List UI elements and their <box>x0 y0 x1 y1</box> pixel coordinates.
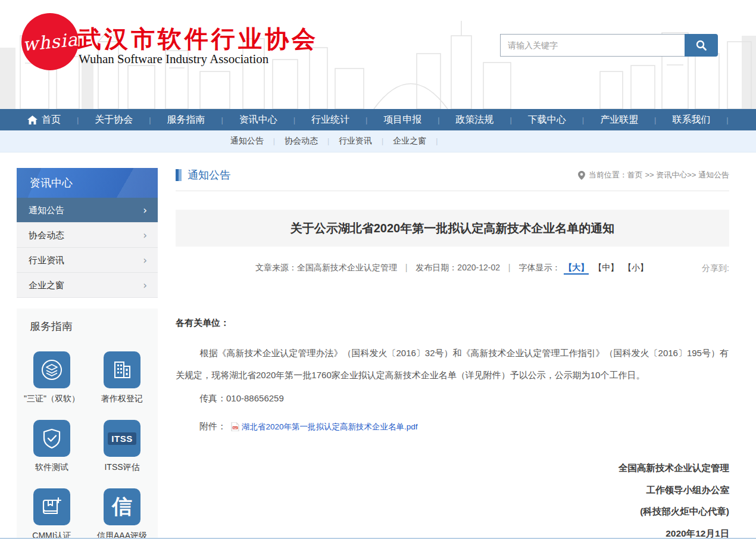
sidebar-menu-title: 资讯中心 <box>17 168 158 198</box>
chevron-right-icon: › <box>143 248 147 273</box>
shield-check-icon <box>40 426 64 450</box>
book-plus-icon <box>39 494 64 519</box>
sidebar-item-enterprise-window[interactable]: 企业之窗 › <box>17 273 158 298</box>
nav-item-industry-stats[interactable]: 行业统计 <box>311 114 349 126</box>
chevron-right-icon: › <box>143 198 147 223</box>
sub-navigation: 通知公告| 协会动态| 行业资讯| 企业之窗| <box>0 130 756 152</box>
main-navigation: 首页 | 关于协会| 服务指南| 资讯中心| 行业统计| 项目申报| 政策法规|… <box>0 109 756 130</box>
service-guide-title: 服务指南 <box>30 319 158 334</box>
subnav-item-enterprise-window[interactable]: 企业之窗 <box>383 136 436 147</box>
service-software-testing[interactable]: 软件测试 <box>33 420 70 473</box>
logo-text: whsia <box>21 29 79 55</box>
sidebar-item-notices[interactable]: 通知公告 › <box>17 198 158 223</box>
subnav-item-industry-news[interactable]: 行业资讯 <box>329 136 382 147</box>
chevron-right-icon: › <box>143 223 147 248</box>
service-guide-panel: 服务指南 "三证"（双软） <box>17 309 158 539</box>
nav-item-about[interactable]: 关于协会 <box>95 114 133 126</box>
svg-text:PDF: PDF <box>233 427 238 429</box>
site-title: 武汉市软件行业协会 <box>77 23 318 55</box>
nav-separator: | <box>77 116 79 124</box>
date-label: 发布日期： <box>416 263 457 272</box>
chevron-right-icon: › <box>143 273 147 298</box>
font-size-small-button[interactable]: 【小】 <box>623 263 648 272</box>
fax-line: 传真：010-88656259 <box>176 393 729 404</box>
signature-line: 全国高新技术企业认定管理 <box>176 457 729 479</box>
nav-item-policy[interactable]: 政策法规 <box>456 114 494 126</box>
service-itss-assessment[interactable]: ITSS ITSS评估 <box>104 420 140 473</box>
nav-item-industry-alliance[interactable]: 产业联盟 <box>600 114 638 126</box>
font-size-medium-button[interactable]: 【中】 <box>593 263 618 272</box>
buildings-icon <box>110 358 134 382</box>
section-header: 通知公告 当前位置：首页 >> 资讯中心>> 通知公告 <box>176 168 729 191</box>
sidebar-item-industry-news[interactable]: 行业资讯 › <box>17 248 158 273</box>
breadcrumb[interactable]: 当前位置：首页 >> 资讯中心>> 通知公告 <box>578 170 729 180</box>
signature-line: 2020年12月1日 <box>176 523 729 539</box>
share-label: 分享到: <box>702 263 729 274</box>
main-content: 通知公告 当前位置：首页 >> 资讯中心>> 通知公告 关于公示湖北省2020年… <box>176 168 729 539</box>
attachment-line: 附件： PDF 湖北省2020年第一批拟认定高新技术企业名单.pdf <box>176 421 729 432</box>
article-title: 关于公示湖北省2020年第一批拟认定高新技术企业名单的通知 <box>290 220 615 236</box>
service-cmmi-certification[interactable]: CMMI认证 <box>32 488 71 539</box>
location-pin-icon <box>578 171 585 180</box>
service-credit-aaa-rating[interactable]: 信 信用AAA评级 <box>97 488 147 539</box>
association-logo[interactable]: whsia <box>21 13 79 70</box>
nav-item-service-guide[interactable]: 服务指南 <box>167 114 205 126</box>
article-meta: 文章来源：全国高新技术企业认定管理 | 发布日期：2020-12-02 | 字体… <box>176 263 729 273</box>
xin-glyph-icon: 信 <box>112 493 132 521</box>
font-display-label: 字体显示： <box>518 263 560 272</box>
service-copyright-registration[interactable]: 著作权登记 <box>101 351 143 404</box>
search-box <box>500 34 718 57</box>
signature-line: 工作领导小组办公室 <box>176 479 729 501</box>
article-body: 各有关单位： 根据《高新技术企业认定管理办法》（国科发火〔2016〕32号）和《… <box>176 317 729 539</box>
section-title: 通知公告 <box>188 168 230 182</box>
sidebar-menu: 资讯中心 通知公告 › 协会动态 › 行业资讯 › 企业之窗 › <box>17 168 158 298</box>
source-label: 文章来源： <box>255 263 297 272</box>
signature-block: 全国高新技术企业认定管理 工作领导小组办公室 (科技部火炬中心代章) 2020年… <box>176 457 729 539</box>
attachment-link[interactable]: 湖北省2020年第一批拟认定高新技术企业名单.pdf <box>242 422 418 432</box>
home-icon <box>27 116 38 124</box>
attachment-label: 附件： <box>199 421 226 432</box>
nav-item-news-center[interactable]: 资讯中心 <box>239 114 277 126</box>
date-value: 2020-12-02 <box>457 263 500 272</box>
nav-item-home[interactable]: 首页 <box>27 114 61 126</box>
service-grid: "三证"（双软） 著作权登记 <box>17 336 158 539</box>
site-subtitle: Wuhan Software Industry Association <box>79 52 268 67</box>
itss-badge-icon: ITSS <box>108 432 136 445</box>
nav-item-project-apply[interactable]: 项目申报 <box>383 114 421 126</box>
layers-circle-icon <box>39 357 65 383</box>
subnav-item-notices[interactable]: 通知公告 <box>221 136 273 147</box>
page-header: whsia 武汉市软件行业协会 Wuhan Software Industry … <box>0 0 756 109</box>
nav-item-contact[interactable]: 联系我们 <box>672 114 710 126</box>
article-title-bar: 关于公示湖北省2020年第一批拟认定高新技术企业名单的通知 <box>176 210 729 247</box>
search-button[interactable] <box>685 34 718 57</box>
sidebar-item-association-news[interactable]: 协会动态 › <box>17 223 158 248</box>
article-paragraph: 根据《高新技术企业认定管理办法》（国科发火〔2016〕32号）和《高新技术企业认… <box>176 342 729 386</box>
salutation: 各有关单位： <box>176 317 729 329</box>
section-accent-bar-light <box>179 169 182 181</box>
source-value: 全国高新技术企业认定管理 <box>297 263 397 272</box>
subnav-item-association-news[interactable]: 协会动态 <box>275 136 327 147</box>
search-input[interactable] <box>500 34 685 57</box>
pdf-file-icon: PDF <box>231 422 239 431</box>
signature-line: (科技部火炬中心代章) <box>176 501 729 523</box>
font-size-large-button[interactable]: 【大】 <box>564 263 589 275</box>
search-icon <box>695 39 707 51</box>
service-three-certs[interactable]: "三证"（双软） <box>24 351 80 404</box>
nav-item-download[interactable]: 下载中心 <box>528 114 566 126</box>
